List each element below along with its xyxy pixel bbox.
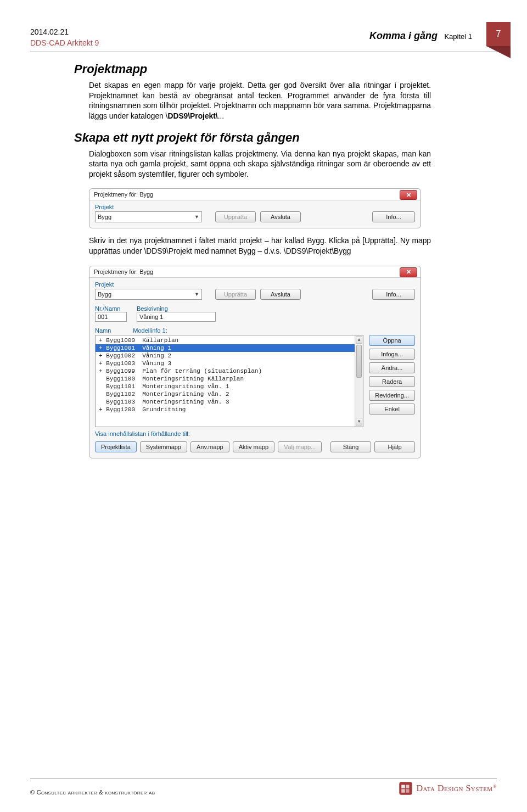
aktivmapp-toggle[interactable]: Aktiv mapp [233,441,274,452]
hjalp-button[interactable]: Hjälp [374,441,415,452]
dialog2-title: Projektmeny för: Bygg [89,266,421,278]
para1a: Det skapas en egen mapp för varje projek… [89,81,431,120]
page-number-fold [486,46,511,58]
list-item[interactable]: Bygg1101 Monteringsritning vån. 1 [96,383,363,390]
chevron-down-icon: ▼ [194,292,199,297]
projekt-combo-value: Bygg [98,214,111,220]
header-rule [30,52,497,52]
header-right: Komma i gång Kapitel 1 [369,30,472,42]
scroll-up-icon[interactable]: ▲ [356,336,362,344]
projekt-combo-value: Bygg [98,291,111,298]
section-projektmapp-title: Projektmapp [74,62,431,76]
svg-rect-3 [402,789,406,793]
avsluta-button[interactable]: Avsluta [260,211,301,222]
dds-logo-icon [399,781,413,796]
anvmapp-toggle[interactable]: Anv.mapp [190,441,229,452]
enkel-button[interactable]: Enkel [369,404,415,415]
close-icon[interactable]: ✕ [400,267,417,277]
page-number-badge: 7 [486,22,511,46]
dialog-projektmeny-small: Projektmeny för: Bygg ✕ Projekt Bygg ▼ U… [89,188,421,228]
label-modellinfo: Modellinfo 1: [133,327,167,334]
footer-brand: Data Design System® [416,783,497,793]
list-item[interactable]: + Bygg1099 Plan för terräng (situationsp… [96,367,363,375]
dialog1-title: Projektmeny för: Bygg [89,189,421,200]
section-projektmapp-para: Det skapas en egen mapp för varje projek… [89,81,431,122]
dialog-projektmeny-large: Projektmeny för: Bygg ✕ Projekt Bygg ▼ U… [89,266,421,458]
radera-button[interactable]: Radera [369,376,415,387]
stang-button[interactable]: Stäng [330,441,371,452]
close-icon[interactable]: ✕ [400,190,417,200]
header-title: Komma i gång [369,30,438,41]
footer-logo: Data Design System® [399,781,497,796]
beskrivning-field[interactable]: Våning 1 [137,312,216,322]
oppna-button[interactable]: Öppna [369,335,415,346]
scrollbar[interactable]: ▲ ▼ [355,335,363,427]
list-item[interactable]: + Bygg1200 Grundritning [96,406,363,413]
footer-brand-text: Data Design System [416,783,492,793]
label-projekt: Projekt [95,281,415,288]
label-beskrivning: Beskrivning [137,305,168,312]
header-chapter: Kapitel 1 [444,32,472,41]
uppratta-button[interactable]: Upprätta [215,289,256,300]
para1-bold: DDS9\Projekt\ [167,112,217,120]
nr-field[interactable]: 001 [95,312,127,322]
label-namn: Namn [95,327,111,334]
uppratta-button[interactable]: Upprätta [215,211,256,222]
label-projekt: Projekt [95,204,415,210]
scroll-thumb[interactable] [356,345,362,378]
para1b: ... [218,112,225,120]
list-item[interactable]: Bygg1100 Monteringsritning Källarplan [96,375,363,383]
projekt-combo[interactable]: Bygg ▼ [95,289,202,300]
list-item[interactable]: + Bygg1002 Våning 2 [96,352,363,360]
projekt-combo[interactable]: Bygg ▼ [95,211,202,222]
chevron-down-icon: ▼ [194,214,199,220]
list-item[interactable]: Bygg1103 Monteringsritning vån. 3 [96,398,363,406]
avsluta-button[interactable]: Avsluta [260,289,301,300]
registered-icon: ® [493,783,497,789]
andra-button[interactable]: Ändra... [369,362,415,373]
infoga-button[interactable]: Infoga... [369,349,415,360]
ritningslista-listbox[interactable]: + Bygg1000 Källarplan+ Bygg1001 Våning 1… [95,335,363,427]
list-item[interactable]: Bygg1102 Monteringsritning vån. 2 [96,390,363,398]
revidering-button[interactable]: Revidering... [369,390,415,401]
footer-copyright: © Consultec arkitekter & konstruktörer a… [30,789,155,796]
systemmapp-toggle[interactable]: Systemmapp [140,441,187,452]
info-button[interactable]: Info... [372,289,415,300]
svg-rect-4 [406,789,410,793]
valjmapp-button[interactable]: Välj mapp... [278,441,322,452]
info-button[interactable]: Info... [372,211,415,222]
projektlista-toggle[interactable]: Projektlista [95,441,137,452]
list-item[interactable]: + Bygg1000 Källarplan [96,337,363,344]
list-item[interactable]: + Bygg1003 Våning 3 [96,360,363,367]
svg-rect-1 [402,785,406,789]
mid-paragraph: Skriv in det nya projektnamnet i fältet … [89,236,431,256]
label-nr: Nr./Namn [95,305,127,312]
scroll-down-icon[interactable]: ▼ [356,418,362,425]
section-skapa-title: Skapa ett nytt projekt för första gången [74,131,431,145]
page-footer: © Consultec arkitekter & konstruktörer a… [30,779,497,796]
svg-rect-2 [406,785,410,789]
section-skapa-para: Dialogboxen som visar ritningslistan kal… [89,149,431,180]
list-item[interactable]: + Bygg1001 Våning 1 [96,344,363,352]
label-visa: Visa innehållslistan i förhållande till: [95,430,415,437]
